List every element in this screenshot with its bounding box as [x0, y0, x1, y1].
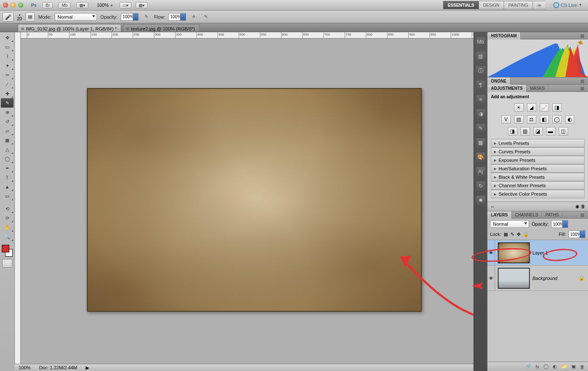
adjust-clip-icon[interactable]: ◉ 🗑	[575, 204, 585, 209]
minibridge-dock-icon[interactable]: Mb	[476, 37, 485, 47]
link-layers-icon[interactable]: 🔗	[525, 364, 531, 369]
balance-adj-icon[interactable]: ⚖	[527, 115, 536, 124]
foreground-color-chip[interactable]	[2, 245, 9, 252]
shape-tool[interactable]: ▭	[1, 191, 14, 201]
minibridge-button[interactable]: Mb	[59, 2, 70, 8]
brush-dock-icon[interactable]: ✎	[476, 124, 485, 133]
layer-blend-mode-select[interactable]: Normal	[490, 220, 529, 228]
layer-group-icon[interactable]: 📁	[561, 364, 567, 369]
eyedropper-tool[interactable]: ⁄	[1, 80, 14, 89]
adjustment-preset[interactable]: ▶Exposure Presets	[491, 156, 585, 164]
layer-visibility-toggle[interactable]: 👁	[488, 266, 495, 291]
bw-adj-icon[interactable]: ◧	[540, 115, 549, 124]
histogram-tab[interactable]: HISTOGRAM	[488, 32, 521, 39]
wheel-dock-icon[interactable]: ✺	[476, 196, 485, 205]
opacity-input[interactable]: 100%	[121, 13, 139, 21]
document-canvas[interactable]	[87, 88, 422, 312]
vibrance-adj-icon[interactable]: V	[502, 115, 511, 124]
paragraph-dock-icon[interactable]: ¶	[476, 80, 485, 90]
status-menu-arrow[interactable]: ▶	[86, 365, 89, 371]
lock-pixels-icon[interactable]: ✎	[510, 232, 514, 237]
quick-mask-toggle[interactable]	[2, 259, 12, 268]
layer-style-icon[interactable]: fx	[535, 364, 539, 369]
photo-filter-adj-icon[interactable]: ◯	[552, 115, 562, 124]
selective-color-adj-icon[interactable]: ◫	[559, 127, 568, 136]
flow-input[interactable]: 100%	[168, 13, 186, 21]
navigator-dock-icon[interactable]: ▦	[476, 138, 485, 147]
panel-menu-icon[interactable]: ▤	[580, 33, 586, 38]
exposure-adj-icon[interactable]: ◨	[552, 103, 562, 112]
horizontal-ruler[interactable]: 0501001502002503003504004505005506006507…	[21, 32, 474, 39]
adjustment-layer-icon[interactable]: ◐	[553, 364, 557, 369]
levels-adj-icon[interactable]: ◢	[527, 103, 536, 112]
color-chips[interactable]	[1, 244, 14, 257]
type-tool[interactable]: T	[1, 173, 14, 182]
cs-live-button[interactable]: CS Live▼	[553, 2, 582, 8]
invert-adj-icon[interactable]: ◨	[508, 127, 517, 136]
document-tab-active[interactable]: ⊗ IMG_9192.jpg @ 100% (Layer 1, RGB/8#) …	[18, 24, 121, 32]
adjustment-preset[interactable]: ▶Levels Presets	[491, 139, 585, 147]
workspace-painting[interactable]: PAINTING	[504, 1, 532, 9]
panel-menu-icon[interactable]: ▤	[580, 213, 586, 217]
path-select-tool[interactable]: ▲	[1, 182, 14, 191]
bridge-button[interactable]: Br	[42, 2, 53, 8]
channels-tab[interactable]: CHANNELS	[512, 211, 542, 219]
crop-tool[interactable]: ✂	[1, 70, 14, 80]
stamp-tool[interactable]: ⊕	[1, 108, 14, 117]
history-dock-icon[interactable]: ↻	[476, 181, 485, 191]
blend-mode-select[interactable]: Normal	[55, 13, 97, 21]
layer-mask-icon[interactable]: ◯	[543, 364, 549, 369]
paths-tab[interactable]: PATHS	[542, 211, 563, 219]
minimize-window-button[interactable]	[11, 3, 16, 8]
current-tool-preset[interactable]	[3, 12, 14, 22]
workspace-essentials[interactable]: ESSENTIALS	[443, 1, 479, 9]
status-zoom[interactable]: 100%	[19, 365, 31, 370]
adjustment-preset[interactable]: ▶Channel Mixer Presets	[491, 181, 585, 190]
swatches2-dock-icon[interactable]: 🎨	[476, 152, 485, 162]
workspace-more[interactable]: ≫	[532, 1, 546, 9]
zoom-window-button[interactable]	[18, 3, 23, 8]
brush-tool[interactable]: ✎	[1, 98, 14, 108]
dodge-tool[interactable]: ◯	[1, 154, 14, 163]
panel-menu-icon[interactable]: ▤	[580, 79, 586, 83]
panel-menu-icon[interactable]: ▤	[580, 86, 586, 91]
opacity-pressure-icon[interactable]: ✎	[142, 13, 150, 21]
adjust-expand-icon[interactable]: ↔	[490, 204, 495, 209]
screen-mode-button[interactable]: ▭▾	[120, 2, 131, 8]
healing-tool[interactable]: ✚	[1, 89, 14, 98]
layer-fill-input[interactable]: 100%	[568, 230, 585, 238]
canvas-area[interactable]: 0501001502002503003504004505005506006507…	[15, 32, 474, 371]
eraser-tool[interactable]: ▱	[1, 126, 14, 136]
document-tab[interactable]: ⊗ texture2.jpg @ 100% (RGB/8*)	[123, 24, 200, 32]
threshold-adj-icon[interactable]: ◪	[533, 127, 543, 136]
brush-panel-toggle[interactable]: ▤	[25, 12, 35, 22]
zoom-tool[interactable]: 🔍	[1, 232, 14, 241]
masks-tab[interactable]: MASKS	[527, 85, 549, 92]
close-window-button[interactable]	[3, 3, 8, 8]
color-dock-icon[interactable]: ◑	[476, 109, 485, 119]
adjustment-preset[interactable]: ▶Curves Presets	[491, 147, 585, 156]
move-tool[interactable]: ✥	[1, 33, 14, 42]
tablet-pressure-icon[interactable]: ✎	[201, 13, 210, 21]
styles-dock-icon[interactable]: ≡	[476, 95, 485, 104]
hue-adj-icon[interactable]: ▤	[514, 115, 524, 124]
adjustment-preset[interactable]: ▶Black & White Presets	[491, 173, 585, 181]
adjustments-tab[interactable]: ADJUSTMENTS	[488, 85, 527, 92]
airbrush-icon[interactable]: ✈	[189, 13, 198, 21]
info-dock-icon[interactable]: ⓘ	[476, 66, 485, 75]
layer-row[interactable]: 👁 Background 🔒	[488, 266, 588, 291]
hand-tool[interactable]: ✋	[1, 223, 14, 232]
view-extras-button[interactable]: ▦▾	[76, 2, 88, 8]
quick-select-tool[interactable]: ✦	[1, 61, 14, 70]
arrange-docs-button[interactable]: ▦▾	[136, 2, 148, 8]
status-doc-info[interactable]: Doc: 1.22M/2.44M	[39, 365, 77, 370]
layer-thumbnail[interactable]	[498, 268, 530, 289]
lock-all-icon[interactable]: 🔒	[523, 232, 529, 237]
workspace-design[interactable]: DESIGN	[479, 1, 504, 9]
gradient-tool[interactable]: ▦	[1, 136, 14, 145]
adjustment-preset[interactable]: ▶Selective Color Presets	[491, 190, 585, 198]
zoom-level-display[interactable]: 100% ▼	[97, 3, 113, 8]
3d-rotate-tool[interactable]: ⟲	[1, 204, 14, 213]
lock-position-icon[interactable]: ✥	[517, 232, 521, 237]
posterize-adj-icon[interactable]: ▨	[521, 127, 530, 136]
